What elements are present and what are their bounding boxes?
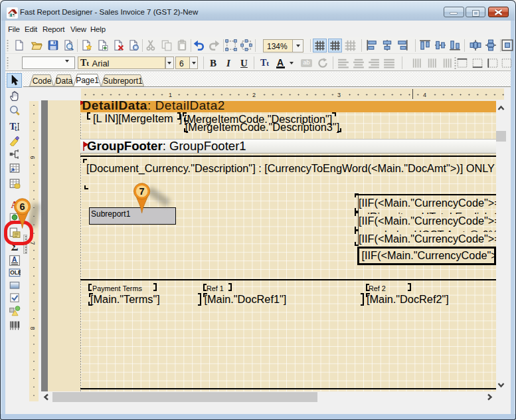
svg-text:6: 6	[19, 201, 25, 212]
svg-text:Page1: Page1	[76, 76, 99, 85]
svg-text:Data: Data	[56, 76, 73, 86]
svg-text:A: A	[12, 256, 17, 263]
svg-text:OLE: OLE	[10, 269, 21, 276]
svg-text:Subreport1: Subreport1	[103, 76, 143, 86]
svg-text:t: t	[15, 123, 17, 132]
svg-text:7: 7	[139, 186, 145, 197]
svg-text:Code: Code	[33, 76, 52, 86]
